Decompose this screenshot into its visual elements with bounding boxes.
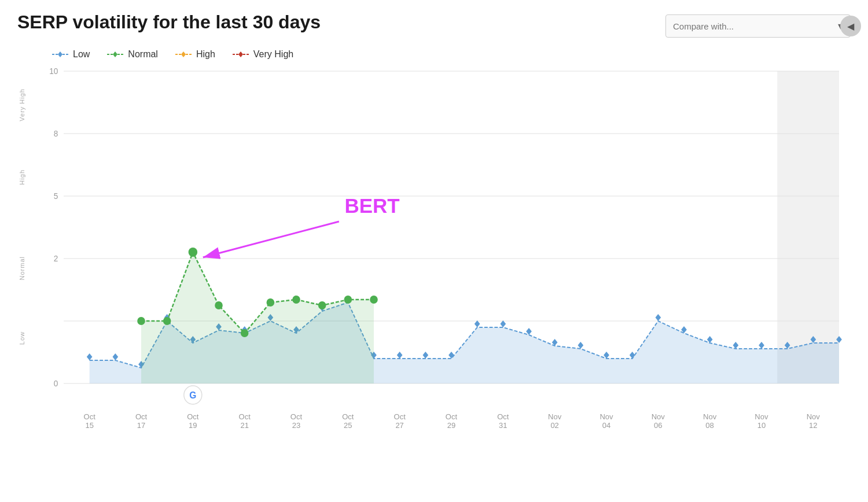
chart-area: Very High High Normal Low 10 8 5 2 (17, 71, 851, 430)
low-icon (52, 50, 68, 58)
collapse-button[interactable]: ◀ (840, 16, 861, 36)
svg-marker-45 (707, 336, 713, 343)
x-label-oct19: Oct19 (167, 412, 219, 430)
y-band-normal: Normal (19, 256, 25, 280)
legend-label-very-high: Very High (253, 49, 293, 60)
svg-marker-37 (500, 320, 506, 327)
legend-item-normal: Normal (107, 49, 158, 60)
svg-rect-8 (777, 71, 839, 383)
y-band-very-high: Very High (19, 88, 25, 121)
normal-icon (107, 50, 123, 58)
x-label-oct25: Oct25 (322, 412, 374, 430)
x-label-oct29: Oct29 (425, 412, 477, 430)
bert-label: BERT (345, 194, 400, 218)
legend-label-high: High (196, 49, 215, 60)
svg-line-63 (203, 222, 339, 257)
svg-marker-36 (475, 320, 480, 327)
x-label-oct27: Oct27 (374, 412, 425, 430)
svg-point-55 (215, 301, 223, 309)
svg-point-57 (267, 298, 275, 307)
high-icon (175, 50, 192, 58)
svg-text:10: 10 (49, 67, 58, 76)
page-title: SERP volatility for the last 30 days (17, 12, 321, 33)
svg-marker-40 (578, 342, 583, 349)
svg-point-60 (344, 296, 352, 304)
svg-marker-1 (58, 51, 62, 57)
y-band-high: High (19, 169, 25, 185)
svg-point-56 (241, 329, 249, 337)
svg-point-52 (137, 317, 145, 325)
x-label-oct23: Oct23 (270, 412, 322, 430)
svg-marker-22 (112, 353, 118, 360)
x-label-nov04: Nov04 (580, 412, 632, 430)
legend-label-low: Low (73, 49, 90, 60)
svg-point-53 (163, 317, 171, 325)
legend-label-normal: Normal (128, 49, 158, 60)
legend-item-high: High (175, 49, 215, 60)
svg-point-61 (370, 296, 378, 304)
svg-marker-46 (733, 342, 738, 349)
svg-marker-41 (604, 352, 609, 359)
x-label-oct15: Oct15 (64, 412, 115, 430)
x-label-nov08: Nov08 (684, 412, 735, 430)
compare-widget[interactable]: ▾ (665, 14, 851, 38)
y-band-low: Low (19, 331, 25, 345)
legend-item-low: Low (52, 49, 90, 60)
svg-point-54 (189, 248, 198, 257)
compare-input[interactable] (673, 21, 833, 31)
svg-text:G: G (189, 390, 196, 400)
x-label-nov06: Nov06 (632, 412, 684, 430)
very-high-icon (233, 50, 249, 58)
svg-marker-43 (655, 314, 661, 321)
x-label-oct21: Oct21 (219, 412, 270, 430)
svg-marker-7 (238, 51, 243, 57)
svg-marker-34 (422, 352, 428, 359)
svg-marker-47 (759, 342, 764, 349)
chart-svg: 10 8 5 2 0 (64, 71, 839, 395)
x-label-oct17: Oct17 (115, 412, 167, 430)
x-label-nov10: Nov10 (735, 412, 787, 430)
svg-text:2: 2 (54, 254, 58, 263)
svg-text:0: 0 (54, 379, 58, 388)
x-label-nov02: Nov02 (529, 412, 580, 430)
svg-text:5: 5 (54, 192, 58, 201)
legend-item-very-high: Very High (233, 49, 293, 60)
chart-inner: 10 8 5 2 0 (64, 71, 839, 395)
svg-marker-3 (113, 51, 117, 57)
svg-marker-5 (181, 51, 186, 57)
x-label-oct31: Oct31 (477, 412, 529, 430)
svg-point-59 (318, 301, 326, 309)
svg-text:8: 8 (54, 130, 58, 138)
svg-marker-21 (87, 353, 93, 360)
chart-legend: Low Normal High Very High (52, 49, 851, 60)
svg-marker-33 (397, 352, 403, 359)
x-axis-labels: Oct15 Oct17 Oct19 Oct21 Oct23 Oct25 Oct2… (64, 412, 839, 430)
svg-point-58 (292, 296, 300, 304)
x-label-nov12: Nov12 (788, 412, 839, 430)
